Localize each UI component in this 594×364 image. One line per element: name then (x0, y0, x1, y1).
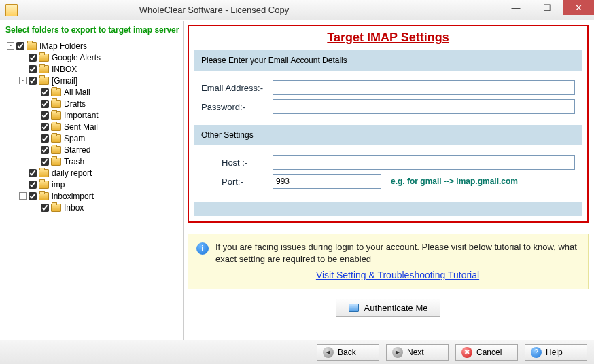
tree-node[interactable]: Google Alerts (4, 52, 179, 63)
port-hint: e.g. for gmail --> imap.gmail.com (391, 177, 518, 186)
tree-node[interactable]: imp (4, 179, 179, 190)
window-title: WholeClear Software - Licensed Copy (23, 5, 500, 15)
authenticate-label: Authenticate Me (364, 303, 428, 313)
left-panel: Select folders to export to target imap … (0, 21, 184, 340)
tree-node[interactable]: daily report (4, 167, 179, 179)
tree-node[interactable]: Sent Mail (4, 121, 179, 132)
tree-node[interactable]: INBOX (4, 63, 179, 75)
folder-checkbox[interactable] (41, 134, 49, 143)
folder-checkbox[interactable] (29, 77, 37, 85)
tree-node[interactable]: Trash (4, 156, 179, 167)
folder-label: Spam (64, 134, 85, 143)
folder-tree[interactable]: -IMap FoldersGoogle AlertsINBOX-[Gmail]A… (3, 37, 180, 335)
folder-icon (39, 181, 49, 189)
help-button[interactable]: ? Help (525, 344, 587, 361)
right-panel: Target IMAP Settings Please Enter your E… (184, 21, 594, 340)
settings-title: Target IMAP Settings (194, 31, 582, 45)
port-field[interactable] (273, 174, 381, 189)
folder-checkbox[interactable] (41, 158, 49, 166)
info-body: If you are facing issues during login to… (215, 241, 580, 282)
account-section-label: Please Enter your Email Account Details (201, 56, 347, 65)
folder-checkbox[interactable] (41, 146, 49, 154)
tree-node[interactable]: All Mail (4, 86, 179, 98)
back-button[interactable]: ◄ Back (317, 344, 379, 361)
folder-label: All Mail (64, 88, 90, 97)
folder-icon (349, 304, 359, 312)
folder-label: daily report (52, 168, 92, 178)
tree-node[interactable]: Starred (4, 144, 179, 156)
email-field[interactable] (273, 80, 575, 95)
folder-label: [Gmail] (52, 76, 77, 86)
expander-icon[interactable]: - (7, 42, 14, 50)
auth-area: Authenticate Me (188, 299, 589, 317)
password-field[interactable] (273, 99, 575, 114)
folder-checkbox[interactable] (29, 181, 37, 189)
folder-label: Trash (64, 157, 84, 166)
next-button[interactable]: ► Next (386, 344, 449, 361)
expander-icon[interactable]: - (19, 192, 27, 200)
folder-icon (51, 134, 61, 143)
folder-icon (51, 123, 61, 131)
folder-icon (51, 158, 61, 166)
info-icon: i (196, 242, 209, 255)
folder-label: Inbox (64, 203, 84, 213)
folder-label: inboximport (52, 192, 94, 201)
folder-checkbox[interactable] (41, 100, 49, 108)
other-section-label: Other Settings (201, 130, 254, 140)
host-field[interactable] (273, 155, 575, 170)
expander-icon[interactable]: - (19, 77, 27, 84)
folder-checkbox[interactable] (29, 54, 37, 62)
info-banner: i If you are facing issues during login … (188, 234, 589, 289)
instruction-text: Select folders to export to target imap … (3, 25, 180, 37)
folder-checkbox[interactable] (29, 169, 37, 177)
folder-label: INBOX (52, 65, 77, 74)
content-area: Select folders to export to target imap … (0, 20, 594, 340)
folder-checkbox[interactable] (16, 42, 24, 50)
next-label: Next (407, 348, 424, 357)
back-label: Back (338, 348, 356, 357)
folder-checkbox[interactable] (41, 123, 49, 131)
folder-icon (39, 192, 49, 200)
cancel-label: Cancel (476, 348, 502, 357)
folder-icon (51, 204, 61, 212)
footer-bar: ◄ Back ► Next ✖ Cancel ? Help (0, 340, 594, 364)
email-label: Email Address:- (201, 83, 273, 93)
folder-checkbox[interactable] (29, 192, 37, 200)
folder-checkbox[interactable] (41, 111, 49, 120)
tree-node[interactable]: Important (4, 109, 179, 121)
minimize-button[interactable]: — (500, 0, 531, 15)
titlebar: WholeClear Software - Licensed Copy — ☐ … (0, 0, 594, 20)
folder-checkbox[interactable] (29, 65, 37, 73)
tree-node[interactable]: -[Gmail] (4, 75, 179, 86)
tutorial-link[interactable]: Visit Setting & Troubleshooting Tutorial (215, 269, 580, 282)
folder-icon (51, 146, 61, 154)
tree-node[interactable]: Spam (4, 132, 179, 144)
cancel-icon: ✖ (461, 347, 472, 358)
folder-label: Drafts (64, 99, 86, 109)
folder-icon (51, 88, 61, 96)
authenticate-button[interactable]: Authenticate Me (336, 299, 441, 317)
host-label: Host :- (201, 158, 273, 168)
help-icon: ? (531, 347, 542, 358)
tree-node[interactable]: Inbox (4, 202, 179, 213)
tree-node[interactable]: -inboximport (4, 190, 179, 202)
password-label: Password:- (201, 102, 273, 112)
other-section-body: Host :- Port:- e.g. for gmail --> imap.g… (194, 148, 582, 200)
other-section-header: Other Settings (194, 125, 582, 145)
app-icon (5, 4, 18, 16)
back-icon: ◄ (323, 347, 334, 358)
maximize-button[interactable]: ☐ (531, 0, 563, 15)
folder-icon (39, 77, 49, 85)
next-icon: ► (392, 347, 403, 358)
target-imap-box: Target IMAP Settings Please Enter your E… (188, 25, 589, 223)
tree-node[interactable]: Drafts (4, 98, 179, 109)
tree-node[interactable]: -IMap Folders (4, 40, 179, 52)
folder-checkbox[interactable] (41, 204, 49, 212)
folder-label: imp (52, 180, 65, 189)
info-text: If you are facing issues during login to… (215, 242, 577, 264)
cancel-button[interactable]: ✖ Cancel (455, 344, 518, 361)
folder-icon (39, 54, 49, 62)
folder-checkbox[interactable] (41, 88, 49, 96)
close-button[interactable]: ✕ (563, 0, 594, 15)
account-section-header: Please Enter your Email Account Details (194, 50, 582, 71)
